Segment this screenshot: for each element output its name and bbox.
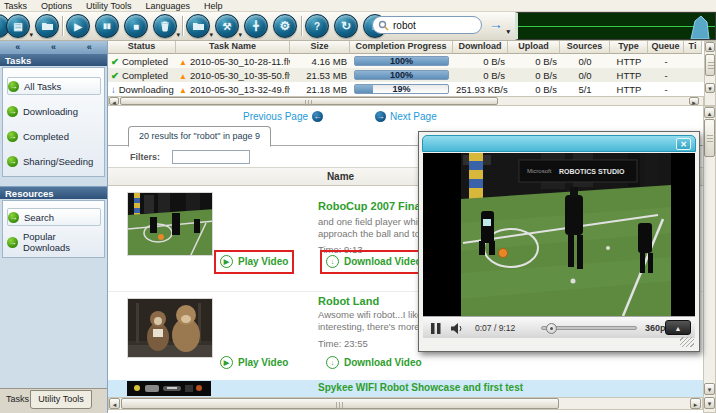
folder-button[interactable]: ▾ <box>186 14 210 38</box>
player-volume-button[interactable] <box>451 317 464 339</box>
menu-bar: Tasks Options Utility Tools Languages He… <box>0 0 716 12</box>
transfer-button[interactable]: ╋ <box>244 14 268 38</box>
menu-options[interactable]: Options <box>41 1 72 11</box>
scroll-down-icon[interactable]: ▾ <box>704 397 715 409</box>
tools-button[interactable]: ⚒▾ <box>215 14 239 38</box>
close-icon[interactable]: ✕ <box>676 138 691 150</box>
col-upload[interactable]: Upload <box>508 41 560 54</box>
video-thumbnail[interactable] <box>127 381 211 396</box>
task-name: 2010-05-30_13-32-49.flv <box>190 84 290 95</box>
result-duration: Time: 23:55 <box>318 338 368 349</box>
resize-grip[interactable] <box>680 337 694 347</box>
search-input[interactable] <box>393 20 471 31</box>
type: HTTP <box>610 56 648 67</box>
table-vscrollbar[interactable]: ▴ ▾ <box>704 41 716 106</box>
sidebar-item-completed[interactable]: →Completed <box>7 127 101 145</box>
hscroll-thumb[interactable] <box>121 398 559 409</box>
video-player-popup: ✕ Microsoft ROBOTICS STUDIO <box>418 131 700 352</box>
scroll-left-icon[interactable]: ◂ <box>109 97 119 105</box>
settings-button[interactable]: ⚙ <box>273 14 297 38</box>
results-tab[interactable]: 20 results for "robot" in page 9 <box>128 126 271 147</box>
filters-input[interactable] <box>172 150 250 164</box>
pause-button[interactable]: ▮▮ <box>95 14 119 38</box>
download-video-button[interactable]: ↓ Download Video <box>326 356 422 369</box>
menu-tasks[interactable]: Tasks <box>4 1 27 11</box>
vscroll-thumb[interactable] <box>704 119 715 157</box>
next-page-label: Next Page <box>390 111 437 122</box>
content-hscrollbar[interactable]: ◂ ▸ <box>108 397 703 410</box>
table-row[interactable]: ↓Downloading ▲2010-05-30_13-32-49.flv 21… <box>108 82 704 96</box>
result-title[interactable]: Spykee WIFI Robot Showcase and first tes… <box>318 382 523 393</box>
refresh-button[interactable]: ↻ <box>334 14 358 38</box>
popup-titlebar[interactable]: ✕ <box>422 135 696 152</box>
col-sources[interactable]: Sources <box>560 41 610 54</box>
player-pause-button[interactable] <box>431 317 441 339</box>
col-task-name[interactable]: Task Name <box>176 41 290 54</box>
status-text: Downloading <box>119 84 174 95</box>
col-progress[interactable]: Completion Progress <box>350 41 453 54</box>
scroll-up-icon[interactable]: ▴ <box>705 42 715 52</box>
new-task-button[interactable]: ▤▾ <box>6 14 30 38</box>
sidebar-item-all-tasks[interactable]: →All Tasks <box>7 77 101 95</box>
menu-utility-tools[interactable]: Utility Tools <box>86 1 131 11</box>
menu-help[interactable]: Help <box>204 1 223 11</box>
scroll-right-icon[interactable]: ▸ <box>690 398 701 409</box>
sidebar-item-downloading[interactable]: →Downloading <box>7 102 101 120</box>
scroll-down-icon[interactable]: ▾ <box>704 383 715 395</box>
play-video-label: Play Video <box>238 357 288 368</box>
table-hscrollbar[interactable]: ◂ ▸ <box>108 96 704 106</box>
video-frame[interactable]: Microsoft ROBOTICS STUDIO <box>423 153 695 316</box>
start-button[interactable]: ▶ <box>66 14 90 38</box>
col-type[interactable]: Type <box>610 41 648 54</box>
sidebar-item-label: Downloading <box>23 106 78 117</box>
scroll-down-icon[interactable]: ▾ <box>705 83 715 93</box>
scroll-left-icon[interactable]: ◂ <box>109 398 120 409</box>
col-time[interactable]: Ti <box>684 41 702 54</box>
seek-bar[interactable] <box>541 326 637 330</box>
sidebar-item-popular-downloads[interactable]: →Popular Downloads <box>7 233 101 251</box>
search-go-button[interactable]: →▾ <box>489 16 507 34</box>
task-size: 21.53 MB <box>290 70 350 81</box>
result-row-spykee[interactable]: Spykee WIFI Robot Showcase and first tes… <box>108 380 703 397</box>
hscroll-thumb[interactable] <box>120 97 498 105</box>
previous-page-link[interactable]: Previous Page ← <box>243 111 323 122</box>
sidebar-item-sharing-seeding[interactable]: →Sharing/Seeding <box>7 152 101 170</box>
sidebar-item-label: Sharing/Seeding <box>23 156 93 167</box>
task-size: 4.16 MB <box>290 56 350 67</box>
col-download[interactable]: Download <box>453 41 508 54</box>
result-title[interactable]: Robot Land <box>318 295 379 307</box>
help-button[interactable]: ? <box>305 14 329 38</box>
player-time: 0:07 / 9:12 <box>475 317 515 339</box>
content-vscrollbar[interactable]: ▴ ▾ ▾ <box>703 106 716 413</box>
next-page-link[interactable]: → Next Page <box>375 111 437 122</box>
play-video-button[interactable]: ▶ Play Video <box>220 356 288 369</box>
menu-languages[interactable]: Languages <box>145 1 190 11</box>
open-file-button[interactable] <box>35 14 59 38</box>
upload-speed: 0 B/s <box>508 70 560 81</box>
table-row[interactable]: ✔Completed ▲2010-05-30_10-28-11.flv 4.16… <box>108 54 704 68</box>
table-row[interactable]: ✔Completed ▲2010-05-30_10-35-50.flv 21.5… <box>108 68 704 82</box>
robot-land-thumb-art <box>128 299 213 358</box>
scroll-right-icon[interactable]: ▸ <box>689 97 699 105</box>
toolbar-separator <box>182 16 183 36</box>
sidebar-item-search[interactable]: →Search <box>7 208 101 226</box>
green-arrow-icon: → <box>8 212 19 223</box>
sidebar-collapse-bar[interactable]: « « « <box>0 41 107 53</box>
seek-knob[interactable] <box>546 323 557 334</box>
delete-button[interactable]: ▾ <box>153 14 177 38</box>
col-queue[interactable]: Queue <box>648 41 684 54</box>
col-status[interactable]: Status <box>108 41 176 54</box>
col-size[interactable]: Size <box>290 41 350 54</box>
previous-page-label: Previous Page <box>243 111 308 122</box>
task-name: 2010-05-30_10-28-11.flv <box>190 56 290 67</box>
stop-button[interactable]: ■ <box>124 14 148 38</box>
toolbar-separator <box>62 16 63 36</box>
download-speed: 0 B/s <box>453 56 508 67</box>
video-thumbnail[interactable] <box>127 192 213 256</box>
popout-button[interactable]: ▲ <box>665 320 691 335</box>
vscroll-thumb[interactable] <box>705 54 715 76</box>
tab-tasks[interactable]: Tasks <box>6 394 29 404</box>
tab-utility-tools[interactable]: Utility Tools <box>30 390 92 409</box>
scroll-up-icon[interactable]: ▴ <box>704 107 715 118</box>
video-thumbnail[interactable] <box>127 298 213 358</box>
